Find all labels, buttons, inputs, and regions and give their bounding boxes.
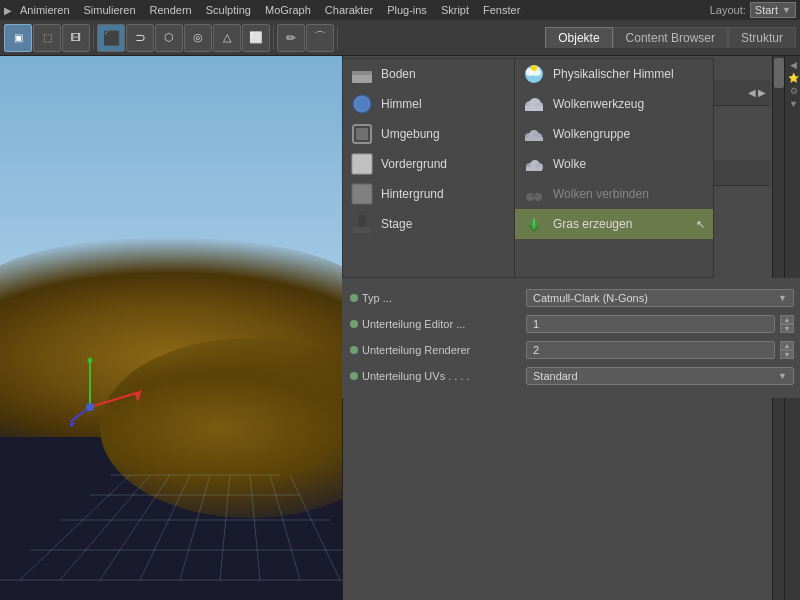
dropdown-item-hintergrund[interactable]: Hintergrund <box>343 179 541 209</box>
prop-value-typ[interactable]: Catmull-Clark (N-Gons) ▼ <box>526 289 794 307</box>
boden-icon <box>351 63 373 85</box>
tool-film-btn[interactable]: 🎞 <box>62 24 90 52</box>
right-edge-btn-1[interactable]: ◀ <box>790 60 797 70</box>
dropdown-item-himmel[interactable]: Himmel <box>343 89 541 119</box>
dropdown-item-boden[interactable]: Boden <box>343 59 541 89</box>
menu-item-plugins[interactable]: Plug-ins <box>381 3 433 17</box>
dropdown-item-wolkenverbinden[interactable]: Wolken verbinden <box>515 179 713 209</box>
svg-line-5 <box>20 475 130 580</box>
tool-arc-btn[interactable]: ⌒ <box>306 24 334 52</box>
svg-line-7 <box>100 475 170 580</box>
dropdown-item-stage[interactable]: Stage <box>343 209 541 239</box>
editor-spinner: ▲ ▼ <box>780 315 794 333</box>
prop-label-uvs: Unterteilung UVs . . . . <box>362 370 522 382</box>
editor-spinner-up[interactable]: ▲ <box>780 315 794 324</box>
himmel-label: Himmel <box>381 97 422 111</box>
dropdown-item-umgebung[interactable]: Umgebung <box>343 119 541 149</box>
wolkengruppe-label: Wolkengruppe <box>553 127 630 141</box>
svg-marker-17 <box>87 357 93 365</box>
menu-item-rendern[interactable]: Rendern <box>144 3 198 17</box>
svg-rect-30 <box>358 215 366 227</box>
menu-item-animieren[interactable]: Animieren <box>14 3 76 17</box>
dropdown-item-vordergrund[interactable]: Vordergrund <box>343 149 541 179</box>
prop-row-typ: Typ ... Catmull-Clark (N-Gons) ▼ <box>346 286 798 310</box>
svg-line-13 <box>290 475 340 580</box>
wolkengruppe-icon <box>523 123 545 145</box>
tool-torus-btn[interactable]: ◎ <box>184 24 212 52</box>
scroll-thumb[interactable] <box>774 58 784 88</box>
right-arrow-left[interactable]: ◀ <box>748 87 756 98</box>
wolkenverbinden-label: Wolken verbinden <box>553 187 649 201</box>
layout-label: Layout: <box>710 4 746 16</box>
right-arrow-right[interactable]: ▶ <box>758 87 766 98</box>
dropdown-item-wolke[interactable]: Wolke <box>515 149 713 179</box>
prop-value-editor[interactable]: 1 <box>526 315 775 333</box>
prop-value-uvs[interactable]: Standard ▼ <box>526 367 794 385</box>
prop-label-renderer: Unterteilung Renderer <box>362 344 522 356</box>
svg-rect-43 <box>525 137 543 141</box>
tool-pen-btn[interactable]: ✏ <box>277 24 305 52</box>
prop-label-typ: Typ ... <box>362 292 522 304</box>
renderer-spinner-up[interactable]: ▲ <box>780 341 794 350</box>
properties-panel: Typ ... Catmull-Clark (N-Gons) ▼ Unterte… <box>342 278 800 398</box>
tool-cone-btn[interactable]: △ <box>213 24 241 52</box>
menu-item-simulieren[interactable]: Simulieren <box>78 3 142 17</box>
wolkenwerkzeug-icon <box>523 93 545 115</box>
main-toolbar: ▣ ⬚ 🎞 ⬛ ⊃ ⬡ ◎ △ ⬜ ✏ ⌒ Objekte Content Br… <box>0 20 800 56</box>
environment-dropdown: Boden Himmel Umgebung Vordergrund Hinter… <box>342 58 542 278</box>
graserzeugen-label: Gras erzeugen <box>553 217 632 231</box>
svg-line-8 <box>140 475 190 580</box>
svg-line-10 <box>220 475 230 580</box>
tool-sphere-btn[interactable]: ⊃ <box>126 24 154 52</box>
tab-objekte[interactable]: Objekte <box>545 27 612 48</box>
svg-rect-27 <box>352 154 372 174</box>
tool-cylinder-btn[interactable]: ⬡ <box>155 24 183 52</box>
tab-struktur[interactable]: Struktur <box>728 27 796 48</box>
tool-model-btn[interactable]: ▣ <box>4 24 32 52</box>
stage-label: Stage <box>381 217 412 231</box>
dropdown-item-graserzeugen[interactable]: Gras erzeugen ↖ <box>515 209 713 239</box>
grid-svg <box>0 350 342 600</box>
svg-point-34 <box>535 70 541 76</box>
menu-item-mograph[interactable]: MoGraph <box>259 3 317 17</box>
menu-item-fenster[interactable]: Fenster <box>477 3 526 17</box>
right-edge-btn-4[interactable]: ▼ <box>789 99 798 109</box>
umgebung-label: Umgebung <box>381 127 440 141</box>
menu-item-sculpting[interactable]: Sculpting <box>200 3 257 17</box>
sky-objects-dropdown: Physikalischer Himmel Wolkenwerkzeug Wol… <box>514 58 714 278</box>
dropdown-item-physhimmel[interactable]: Physikalischer Himmel <box>515 59 713 89</box>
prop-row-uvs: Unterteilung UVs . . . . Standard ▼ <box>346 364 798 388</box>
tool-anim-btn[interactable]: ⬚ <box>33 24 61 52</box>
wolke-label: Wolke <box>553 157 586 171</box>
prop-dot-renderer <box>350 346 358 354</box>
menu-item-skript[interactable]: Skript <box>435 3 475 17</box>
tool-plane-btn[interactable]: ⬜ <box>242 24 270 52</box>
tab-content-browser[interactable]: Content Browser <box>613 27 728 48</box>
editor-spinner-down[interactable]: ▼ <box>780 324 794 333</box>
menu-item-charakter[interactable]: Charakter <box>319 3 379 17</box>
prop-row-renderer: Unterteilung Renderer 2 ▲ ▼ <box>346 338 798 362</box>
svg-rect-39 <box>525 106 543 111</box>
svg-rect-28 <box>352 184 372 204</box>
svg-point-23 <box>353 95 371 113</box>
tool-cube-btn[interactable]: ⬛ <box>97 24 125 52</box>
dropdown-item-wolkenwerkzeug[interactable]: Wolkenwerkzeug <box>515 89 713 119</box>
right-edge-btn-3[interactable]: ⚙ <box>790 86 798 96</box>
axis-svg <box>70 357 150 437</box>
svg-line-11 <box>250 475 260 580</box>
renderer-spinner-down[interactable]: ▼ <box>780 350 794 359</box>
svg-marker-15 <box>135 389 142 402</box>
right-edge-btn-2[interactable]: ⭐ <box>788 73 799 83</box>
axis-handle[interactable] <box>70 357 150 440</box>
wolkenverbinden-icon <box>523 183 545 205</box>
physhimmel-label: Physikalischer Himmel <box>553 67 674 81</box>
prop-dot-typ <box>350 294 358 302</box>
svg-rect-47 <box>526 167 542 171</box>
3d-viewport[interactable] <box>0 56 342 600</box>
svg-point-35 <box>531 65 537 71</box>
prop-value-renderer[interactable]: 2 <box>526 341 775 359</box>
vordergrund-label: Vordergrund <box>381 157 447 171</box>
layout-dropdown[interactable]: Start ▼ <box>750 2 796 18</box>
dropdown-item-wolkengruppe[interactable]: Wolkengruppe <box>515 119 713 149</box>
svg-point-20 <box>86 403 94 411</box>
